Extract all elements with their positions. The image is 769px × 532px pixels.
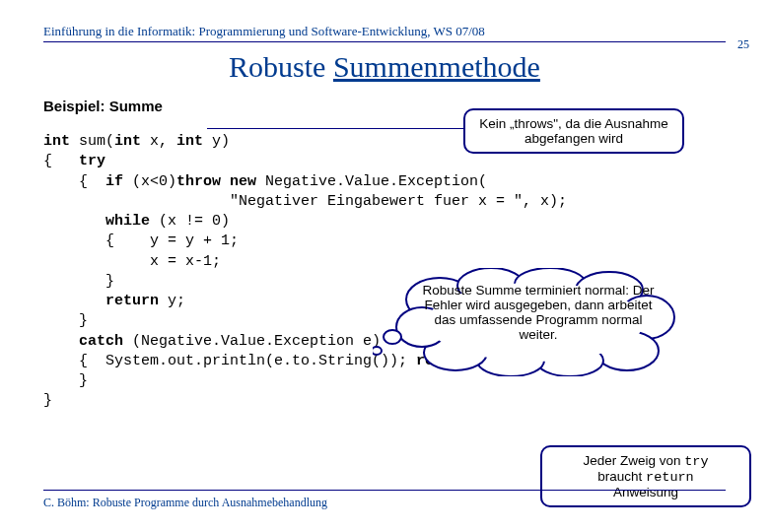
code-t: y) (203, 133, 230, 150)
code-t: (x != 0) (150, 213, 230, 230)
cloud-text: Robuste Summe terminiert normal: Der Feh… (422, 283, 655, 342)
code-t: Negative.Value.Exception( (256, 173, 487, 190)
code-t: } (43, 392, 52, 409)
kw-while: while (105, 213, 150, 230)
callout2-code-return: return (646, 470, 694, 485)
callout2-t1: Jeder Zweig von (583, 453, 684, 468)
kw-try: try (79, 153, 105, 169)
code-t: "Negativer Eingabewert fuer x = ", x); (43, 193, 567, 210)
kw-if: if (105, 173, 132, 190)
code-t: sum( (70, 133, 114, 150)
code-t (43, 213, 105, 230)
code-t: y; (159, 293, 185, 309)
kw-int: int (176, 133, 203, 150)
kw-int: int (114, 133, 141, 150)
bottom-rule (43, 490, 726, 491)
connector-line (207, 128, 463, 129)
title-word-2: Summenmethode (333, 50, 540, 83)
callout2-t3: Anweisung (613, 485, 678, 499)
code-t: } (43, 273, 114, 290)
code-t: x, (141, 133, 176, 150)
code-t: (Negative.Value.Exception e) (123, 333, 381, 350)
top-rule (43, 41, 726, 42)
svg-point-11 (384, 330, 401, 344)
title-word-1: Robuste (229, 50, 333, 83)
kw-return: return (105, 293, 159, 309)
page-number: 25 (737, 37, 749, 52)
callout-return-required: Jeder Zweig von try braucht return Anwei… (540, 445, 751, 507)
code-t: { System.out.println(e.to.String()); (43, 353, 416, 369)
svg-point-12 (373, 347, 382, 355)
kw-throw-new: throw new (176, 173, 256, 190)
callout2-t2: braucht (597, 469, 646, 484)
code-t: } (43, 312, 88, 329)
code-t (43, 333, 79, 350)
kw-catch: catch (79, 333, 123, 350)
code-t: { y = y + 1; (43, 233, 239, 249)
footer-text: C. Böhm: Robuste Programme durch Ausnahm… (43, 496, 327, 510)
code-t: x = x-1; (43, 253, 221, 270)
callout2-code-try: try (684, 454, 708, 469)
code-t: { (43, 173, 105, 190)
kw-int: int (43, 133, 70, 150)
callout-no-throws: Kein „throws", da die Ausnahme abgefange… (463, 108, 684, 154)
slide-title: Robuste Summenmethode (0, 50, 769, 84)
code-t (43, 293, 105, 309)
code-t: (x<0) (132, 173, 176, 190)
code-t: } (43, 372, 88, 389)
course-header: Einführung in die Informatik: Programmie… (0, 0, 769, 41)
callout-cloud: Robuste Summe terminiert normal: Der Feh… (373, 268, 678, 376)
code-t: { (43, 153, 79, 169)
